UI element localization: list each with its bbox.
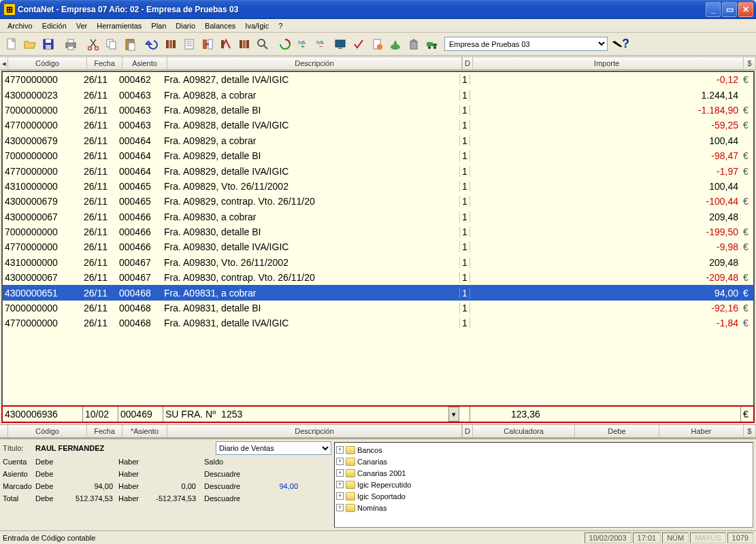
table-row[interactable]: 700000000026/11000466Fra. A09830, detall…	[3, 224, 753, 239]
table-row[interactable]: 477000000026/11000463Fra. A09828, detall…	[3, 118, 753, 133]
grid-body[interactable]: 477000000026/11000462Fra. A09827, detall…	[1, 71, 755, 405]
whats-this-icon[interactable]: ?	[613, 37, 629, 51]
menu-balances[interactable]: Balances	[200, 20, 240, 31]
table-row[interactable]: 431000000026/11000465Fra. A09829, Vto. 2…	[3, 179, 753, 194]
tree-item[interactable]: +Igic Soportado	[336, 490, 751, 502]
save-icon[interactable]	[39, 35, 57, 53]
tool1-icon[interactable]	[162, 35, 180, 53]
expand-icon[interactable]: +	[336, 469, 344, 477]
copy-icon[interactable]	[103, 35, 120, 53]
menu-ivaigic[interactable]: Iva/Igic	[240, 20, 274, 31]
expand-icon[interactable]: +	[336, 481, 344, 488]
print-icon[interactable]	[62, 35, 80, 53]
close-button[interactable]: ✕	[738, 2, 753, 17]
minimize-button[interactable]: _	[706, 2, 721, 17]
input-fecha[interactable]	[83, 407, 118, 422]
expand-icon[interactable]: +	[336, 504, 344, 511]
input-codigo[interactable]	[3, 407, 83, 422]
new-icon[interactable]	[3, 35, 20, 53]
menu-archivo[interactable]: Archivo	[3, 20, 37, 31]
undo-icon[interactable]	[144, 35, 161, 53]
refresh-icon[interactable]	[276, 35, 294, 53]
input-asiento[interactable]	[118, 407, 163, 422]
input-d[interactable]	[459, 407, 470, 422]
table-row[interactable]: 430000065126/11000468Fra. A09831, a cobr…	[3, 285, 753, 300]
building-icon[interactable]	[405, 35, 423, 53]
menu-plan[interactable]: Plan	[146, 20, 171, 31]
footer-asiento[interactable]: *Asiento	[122, 425, 167, 437]
money-icon[interactable]	[387, 35, 404, 53]
iva-plus-icon[interactable]: IVA+	[295, 35, 312, 53]
row-handle-header[interactable]: ◂	[0, 57, 8, 69]
input-descripcion[interactable]	[163, 407, 448, 422]
table-row[interactable]: 430000067926/11000464Fra. A09829, a cobr…	[3, 133, 753, 148]
table-row[interactable]: 430000002326/11000463Fra. A09828, a cobr…	[3, 87, 753, 102]
doc-icon[interactable]	[368, 35, 386, 53]
truck-icon[interactable]	[423, 35, 441, 53]
footer-debe[interactable]: Debe	[575, 425, 659, 437]
search-icon[interactable]	[254, 35, 272, 53]
svg-rect-10	[110, 41, 116, 49]
input-currency	[741, 407, 753, 422]
col-asiento[interactable]: Asiento	[122, 57, 167, 69]
input-importe[interactable]	[470, 407, 741, 422]
grid-header: ◂ Código Fecha Asiento Descripción D Imp…	[0, 56, 756, 70]
footer-codigo[interactable]: Código	[8, 425, 87, 437]
footer-descripcion[interactable]: Descripción	[167, 425, 462, 437]
footer-calculadora[interactable]: Calculadora	[473, 425, 575, 437]
table-row[interactable]: 431000000026/11000467Fra. A09830, Vto. 2…	[3, 255, 753, 270]
iva-minus-icon[interactable]: IVA−	[313, 35, 331, 53]
menu-[interactable]: ?	[274, 20, 287, 31]
table-row[interactable]: 700000000026/11000464Fra. A09829, detall…	[3, 148, 753, 163]
table-row[interactable]: 700000000026/11000468Fra. A09831, detall…	[3, 301, 753, 316]
svg-rect-6	[68, 46, 73, 50]
col-importe[interactable]: Importe	[473, 57, 744, 69]
table-row[interactable]: 477000000026/11000464Fra. A09829, detall…	[3, 163, 753, 178]
tree-item[interactable]: +Nominas	[336, 502, 751, 513]
company-select[interactable]: Empresa de Pruebas 03	[444, 37, 608, 51]
table-row[interactable]: 477000000026/11000466Fra. A09830, detall…	[3, 239, 753, 254]
table-row[interactable]: 477000000026/11000462Fra. A09827, detall…	[3, 72, 753, 87]
tree-item[interactable]: +Bancos	[336, 444, 751, 456]
footer-d[interactable]: D	[462, 425, 473, 437]
screen-icon[interactable]	[331, 35, 349, 53]
svg-rect-38	[410, 41, 417, 49]
tool2-icon[interactable]	[180, 35, 198, 53]
table-row[interactable]: 477000000026/11000468Fra. A09831, detall…	[3, 316, 753, 330]
col-fecha[interactable]: Fecha	[87, 57, 122, 69]
menu-herramientas[interactable]: Herramientas	[92, 20, 146, 31]
menu-edicin[interactable]: Edición	[37, 20, 71, 31]
footer-fecha[interactable]: Fecha	[87, 425, 122, 437]
col-descripcion[interactable]: Descripción	[167, 57, 462, 69]
col-codigo[interactable]: Código	[8, 57, 87, 69]
cut-icon[interactable]	[84, 35, 102, 53]
menu-diario[interactable]: Diario	[171, 20, 200, 31]
expand-icon[interactable]: +	[336, 458, 344, 465]
table-row[interactable]: 700000000026/11000463Fra. A09828, detall…	[3, 103, 753, 118]
open-icon[interactable]	[21, 35, 39, 53]
col-currency[interactable]: $	[744, 57, 756, 69]
tree-item[interactable]: +Igic Repercutido	[336, 479, 751, 490]
maximize-button[interactable]: ▭	[722, 2, 737, 17]
paste-icon[interactable]	[121, 35, 139, 53]
expand-icon[interactable]: +	[336, 446, 344, 454]
tree-item[interactable]: +Canarias 2001	[336, 467, 751, 479]
tree-item[interactable]: +Canarias	[336, 456, 751, 467]
col-d[interactable]: D	[462, 57, 473, 69]
table-row[interactable]: 430000067926/11000465Fra. A09829, contra…	[3, 194, 753, 209]
tool4-icon[interactable]	[217, 35, 235, 53]
table-row[interactable]: 430000006726/11000466Fra. A09830, a cobr…	[3, 209, 753, 224]
diario-select[interactable]: Diario de Ventas	[216, 441, 331, 455]
footer-haber[interactable]: Haber	[659, 425, 744, 437]
tool3-icon[interactable]	[199, 35, 216, 53]
table-row[interactable]: 430000006726/11000467Fra. A09830, contra…	[3, 270, 753, 285]
window-title: ContaNet - Empresa 07 Año: 02 - Empresa …	[18, 5, 706, 14]
menu-ver[interactable]: Ver	[71, 20, 93, 31]
expand-icon[interactable]: +	[336, 492, 344, 500]
tree-panel[interactable]: +Bancos+Canarias+Canarias 2001+Igic Repe…	[334, 442, 753, 528]
footer-currency[interactable]: $	[744, 425, 756, 437]
tool5-icon[interactable]	[235, 35, 253, 53]
check-icon[interactable]	[350, 35, 367, 53]
folder-icon	[346, 446, 355, 454]
desc-dropdown-icon[interactable]: ▾	[448, 407, 459, 422]
